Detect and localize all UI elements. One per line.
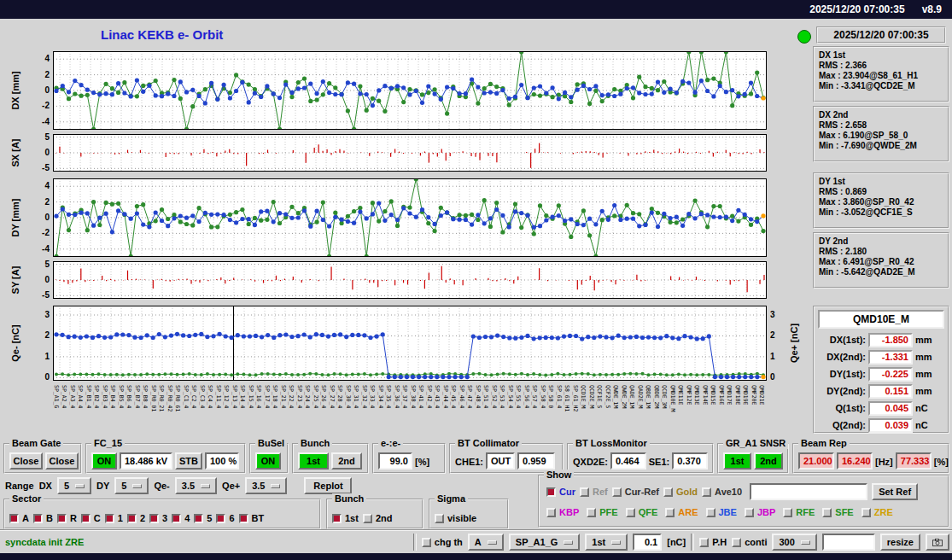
x-axis-label: SP_23_4 bbox=[296, 385, 302, 408]
threshold-input[interactable] bbox=[633, 534, 662, 551]
fc15-stb-button[interactable]: STB bbox=[175, 452, 202, 470]
show-toggle-rfe[interactable]: RFE bbox=[783, 507, 815, 517]
show-toggle-jbe[interactable]: JBE bbox=[706, 507, 737, 517]
show-toggle-cur[interactable]: Cur bbox=[546, 487, 575, 497]
show-toggle-ref[interactable]: Ref bbox=[580, 487, 608, 497]
set-ref-button[interactable]: Set Ref bbox=[872, 483, 918, 500]
snapshot-button[interactable] bbox=[926, 534, 949, 551]
checkbox bbox=[332, 514, 342, 523]
conti-toggle[interactable]: conti bbox=[732, 537, 767, 547]
tick-label: 4 bbox=[27, 181, 50, 190]
checkbox bbox=[745, 508, 754, 517]
sector-toggle-4[interactable]: 4 bbox=[172, 513, 190, 523]
chg-th-toggle[interactable]: chg th bbox=[422, 537, 463, 547]
sector-toggle-a[interactable]: A bbox=[9, 513, 29, 523]
monitor-row-unit: mm bbox=[915, 352, 934, 362]
sigma-toggle-visible[interactable]: visible bbox=[435, 513, 476, 523]
separator bbox=[691, 534, 694, 551]
x-axis-label: SP_18_4 bbox=[272, 385, 278, 408]
show-toggle-pfe[interactable]: PFE bbox=[587, 507, 617, 517]
plot-dy bbox=[53, 178, 767, 257]
ee-ratio-input[interactable] bbox=[378, 452, 412, 470]
range-dx-menu[interactable]: 5 bbox=[57, 477, 91, 494]
show-toggle-zre[interactable]: ZRE bbox=[861, 507, 893, 517]
x-axis-label: SP_R0_21 bbox=[159, 385, 165, 411]
x-axis-label: SP_36_4 bbox=[394, 385, 400, 408]
stat-panel-dx-1st: DX 1st RMS : 2.366 Max : 23.904@S8_61_H1… bbox=[813, 46, 949, 102]
checkbox bbox=[105, 514, 114, 523]
show-toggle-jbp[interactable]: JBP bbox=[745, 507, 775, 517]
tick-label: -2 bbox=[27, 101, 50, 110]
tick-label: 2 bbox=[27, 197, 50, 207]
resize-button[interactable]: resize bbox=[880, 534, 920, 551]
ref-file-input[interactable] bbox=[750, 483, 867, 500]
count-input[interactable] bbox=[822, 534, 875, 551]
sector-toggle-1[interactable]: 1 bbox=[105, 513, 123, 523]
ph-toggle[interactable]: P.H bbox=[699, 537, 727, 547]
bpm-select-menu[interactable]: SP_A1_G bbox=[509, 534, 581, 551]
che1-label: CHE1: bbox=[455, 457, 483, 470]
bunch-2nd-button[interactable]: 2nd bbox=[331, 452, 362, 470]
interval-menu[interactable]: 300 bbox=[772, 534, 816, 551]
beam-gate-close-button-2[interactable]: Close bbox=[45, 452, 79, 470]
range-label: Range bbox=[5, 481, 34, 491]
y-axis-label: DX [mm] bbox=[10, 71, 20, 109]
ee-ratio-unit: [%] bbox=[415, 457, 429, 470]
monitor-row-value: -1.850 bbox=[868, 333, 913, 347]
show-toggle-kbp[interactable]: KBP bbox=[546, 507, 579, 517]
show-row-1: CurRefCur-RefGoldAve10 Set Ref bbox=[546, 483, 943, 500]
plot-sx bbox=[53, 134, 767, 172]
monitor-row-label: DY(1st): bbox=[818, 369, 866, 379]
beam-gate-close-button-1[interactable]: Close bbox=[9, 452, 43, 470]
x-axis-label: QMD17E bbox=[727, 385, 733, 405]
stat-title: DY 1st bbox=[819, 177, 943, 186]
show-toggle-gold[interactable]: Gold bbox=[663, 487, 698, 497]
window-titlebar: 2025/12/20 07:00:35 v8.9 bbox=[0, 0, 952, 19]
busel-on-button[interactable]: ON bbox=[255, 452, 281, 470]
show-toggle-qfe[interactable]: QFE bbox=[626, 507, 658, 517]
group-title: Sector bbox=[9, 493, 44, 505]
show-toggle-sfe[interactable]: SFE bbox=[822, 507, 853, 517]
snsr-2nd-button[interactable]: 2nd bbox=[754, 452, 783, 470]
show-toggle-ave10[interactable]: Ave10 bbox=[702, 487, 742, 497]
show-toggle-are[interactable]: ARE bbox=[665, 507, 698, 517]
show-toggle-cur-ref[interactable]: Cur-Ref bbox=[612, 487, 659, 497]
fc15-on-button[interactable]: ON bbox=[91, 452, 117, 470]
option-menu-icon bbox=[201, 484, 210, 488]
checkbox bbox=[149, 514, 159, 523]
bunch-toggle-1st[interactable]: 1st bbox=[332, 513, 359, 523]
toggle-label: ZRE bbox=[874, 507, 893, 517]
bunch-toggle-2nd[interactable]: 2nd bbox=[363, 513, 393, 523]
bunch-1st-button[interactable]: 1st bbox=[298, 452, 329, 470]
x-axis-label: QWDE_2M bbox=[621, 385, 627, 408]
x-axis-label: QMD13E bbox=[694, 385, 700, 405]
sector-toggle-b[interactable]: B bbox=[33, 513, 53, 523]
che1-state-readout: OUT bbox=[486, 452, 515, 470]
bottom-toolbar: syncdata init ZRE chg th A SP_A1_G 1st [… bbox=[0, 532, 949, 552]
checkbox bbox=[216, 514, 225, 523]
sector-toggle-r[interactable]: R bbox=[57, 513, 77, 523]
range-dy-menu[interactable]: 5 bbox=[114, 477, 149, 494]
range-qe-plus-menu[interactable]: 3.5 bbox=[245, 477, 287, 494]
sector-toggle-6[interactable]: 6 bbox=[216, 513, 234, 523]
toggle-label: Gold bbox=[676, 487, 698, 497]
x-axis-label: SP_11_4 bbox=[215, 385, 221, 408]
toggle-label: chg th bbox=[435, 537, 463, 547]
x-axis-label: SP_61_4 bbox=[556, 385, 562, 408]
replot-button[interactable]: Replot bbox=[304, 477, 352, 494]
range-qe-minus-menu[interactable]: 3.5 bbox=[175, 477, 217, 494]
snsr-1st-button[interactable]: 1st bbox=[723, 452, 751, 470]
sector-select-menu[interactable]: A bbox=[468, 534, 504, 551]
sector-toggle-5[interactable]: 5 bbox=[194, 513, 212, 523]
sector-toggle-c[interactable]: C bbox=[81, 513, 101, 523]
option-menu-icon bbox=[75, 484, 85, 488]
toggle-label: visible bbox=[447, 513, 476, 523]
sector-toggle-2[interactable]: 2 bbox=[127, 513, 145, 523]
bunch-select-menu[interactable]: 1st bbox=[585, 534, 628, 551]
range-dy-label: DY bbox=[96, 481, 109, 491]
sector-toggle-bt[interactable]: BT bbox=[239, 513, 265, 523]
x-axis-label: SP_C3_4 bbox=[199, 385, 205, 408]
toggle-label: conti bbox=[745, 537, 767, 547]
group-title: Sigma bbox=[435, 493, 468, 505]
sector-toggle-3[interactable]: 3 bbox=[149, 513, 167, 523]
